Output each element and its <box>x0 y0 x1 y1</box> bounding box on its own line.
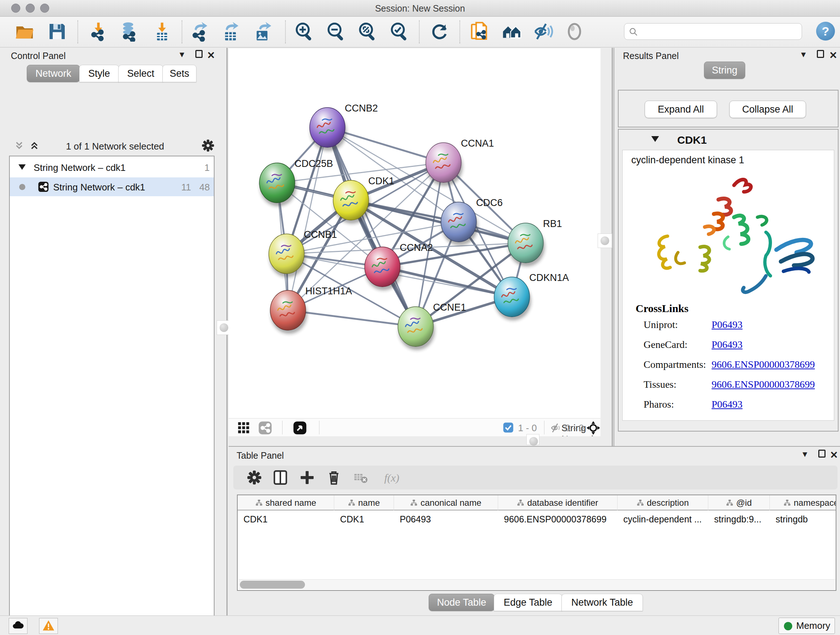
table-cell[interactable]: 9606.ENSP00000378699 <box>504 514 614 524</box>
cloud-status-button[interactable] <box>9 618 27 634</box>
node-CDC6[interactable] <box>441 202 477 242</box>
table-hscrollbar[interactable] <box>238 579 835 589</box>
table-panel-float-icon[interactable] <box>818 450 826 458</box>
node-RB1[interactable] <box>508 223 543 263</box>
delete-column-trash-icon[interactable] <box>325 469 343 487</box>
tab-node-table[interactable]: Node Table <box>429 594 494 611</box>
results-panel-menu-icon[interactable]: ▼ <box>799 50 807 59</box>
table-panel-menu-icon[interactable]: ▼ <box>801 450 809 459</box>
expand-all-button[interactable]: Expand All <box>645 101 717 118</box>
entry-expander-icon[interactable] <box>651 136 659 142</box>
zoom-in-button[interactable] <box>294 21 316 43</box>
node-table[interactable]: shared namenamecanonical namedatabase id… <box>237 494 836 591</box>
save-session-button[interactable] <box>46 21 68 43</box>
node-CDC25B[interactable] <box>259 163 295 203</box>
results-panel-float-icon[interactable] <box>817 50 824 58</box>
network-row-selected[interactable]: String Network – cdk1 11 48 <box>10 177 214 196</box>
fit-selected-crosshair-icon[interactable] <box>586 421 600 435</box>
table-panel-close-icon[interactable]: ✕ <box>830 449 838 461</box>
show-columns-icon[interactable] <box>271 469 290 487</box>
edge-HIST1H1A-CCNE1[interactable] <box>288 310 416 326</box>
zoom-selected-button[interactable] <box>389 21 411 43</box>
create-column-icon[interactable] <box>298 469 317 487</box>
control-panel-menu-icon[interactable]: ▼ <box>178 50 186 59</box>
entry-header[interactable]: CDK1 <box>619 130 837 149</box>
crosslink-link[interactable]: P06493 <box>712 399 743 410</box>
search-input[interactable] <box>642 24 797 39</box>
tab-style[interactable]: Style <box>79 65 119 82</box>
control-panel-float-icon[interactable] <box>195 50 202 58</box>
zoom-out-button[interactable] <box>325 21 347 43</box>
export-image-button[interactable] <box>252 21 274 43</box>
table-cell[interactable]: P06493 <box>400 514 494 524</box>
tab-edge-table[interactable]: Edge Table <box>494 594 562 611</box>
node-CCNA2[interactable] <box>365 247 400 287</box>
table-cell[interactable]: CDK1 <box>340 514 390 524</box>
delete-table-icon[interactable] <box>351 469 370 487</box>
collection-expander-icon[interactable] <box>19 165 26 170</box>
column-header-namespace[interactable]: namespace <box>770 495 836 510</box>
results-panel-close-icon[interactable]: ✕ <box>829 50 837 61</box>
control-panel-close-icon[interactable]: ✕ <box>207 50 215 61</box>
crosslink-link[interactable]: 9606.ENSP00000378699 <box>712 359 815 371</box>
export-table-button[interactable] <box>220 21 242 43</box>
column-header-canonical-name[interactable]: canonical name <box>394 495 498 510</box>
column-header-shared-name[interactable]: shared name <box>238 495 334 510</box>
import-table-file-button[interactable] <box>151 21 173 43</box>
network-badge-icon[interactable] <box>258 421 272 435</box>
column-header-name[interactable]: name <box>334 495 394 510</box>
import-network-database-button[interactable] <box>118 21 140 43</box>
crosslink-link[interactable]: P06493 <box>712 339 743 350</box>
tab-network[interactable]: Network <box>27 65 80 82</box>
show-all-button[interactable] <box>564 21 585 43</box>
table-cell[interactable]: cyclin-dependent ... <box>623 514 705 524</box>
table-cell[interactable]: stringdb <box>775 514 836 524</box>
open-session-button[interactable] <box>14 21 35 43</box>
zoom-fit-button[interactable] <box>357 21 379 43</box>
bottom-splitter-handle[interactable] <box>526 434 539 445</box>
table-gear-icon[interactable] <box>245 469 264 487</box>
warning-status-button[interactable] <box>39 618 58 634</box>
table-cell[interactable]: CDK1 <box>243 514 331 524</box>
node-CCNA1[interactable] <box>426 143 461 182</box>
tab-sets[interactable]: Sets <box>163 65 196 82</box>
function-builder-icon[interactable]: f(x) <box>377 469 406 487</box>
selected-checkbox-icon[interactable] <box>503 422 514 433</box>
node-CCNB2[interactable] <box>309 108 345 147</box>
column-header-id[interactable]: @id <box>708 495 770 510</box>
node-CCNB1[interactable] <box>269 234 304 274</box>
refresh-view-button[interactable] <box>429 21 451 43</box>
node-CDKN1A[interactable] <box>494 277 530 317</box>
crosslink-link[interactable]: P06493 <box>712 319 743 331</box>
edge-CCNB2-CCNE1[interactable] <box>327 127 416 326</box>
hidden-eye-icon[interactable] <box>550 422 562 434</box>
crosslink-link[interactable]: 9606.ENSP00000378699 <box>712 379 815 390</box>
collapse-all-icon[interactable] <box>14 140 25 151</box>
node-CDK1[interactable] <box>333 180 369 220</box>
help-button[interactable]: ? <box>816 22 835 41</box>
birds-eye-toggle-icon[interactable] <box>293 421 307 435</box>
node-CCNE1[interactable] <box>398 307 433 347</box>
bottom-splitter[interactable] <box>229 436 600 446</box>
expand-all-icon[interactable] <box>29 140 40 151</box>
hide-selected-button[interactable] <box>532 21 554 43</box>
memory-button[interactable]: Memory <box>778 618 835 634</box>
tab-string[interactable]: String <box>704 62 745 79</box>
grid-view-icon[interactable] <box>237 421 250 434</box>
column-header-description[interactable]: description <box>617 495 708 510</box>
table-cell[interactable]: stringdb:9... <box>714 514 766 524</box>
table-hscrollbar-thumb[interactable] <box>240 581 305 589</box>
export-network-button[interactable] <box>189 21 210 43</box>
node-HIST1H1A[interactable] <box>270 290 306 330</box>
import-network-file-button[interactable] <box>88 21 109 43</box>
first-neighbors-button[interactable] <box>501 21 523 43</box>
network-collection-row[interactable]: String Network – cdk1 1 <box>10 158 214 177</box>
column-header-database-identifier[interactable]: database identifier <box>498 495 617 510</box>
tab-select[interactable]: Select <box>118 65 163 82</box>
new-network-from-selection-button[interactable] <box>469 21 490 43</box>
collapse-all-button[interactable]: Collapse All <box>729 101 806 118</box>
network-graph[interactable]: CCNB2CCNA1CDC25BCDK1CDC6RB1CCNB1CCNA2CDK… <box>229 48 600 418</box>
gear-icon[interactable] <box>201 139 215 152</box>
tab-network-table[interactable]: Network Table <box>561 594 643 611</box>
right-splitter-handle[interactable] <box>598 233 612 248</box>
